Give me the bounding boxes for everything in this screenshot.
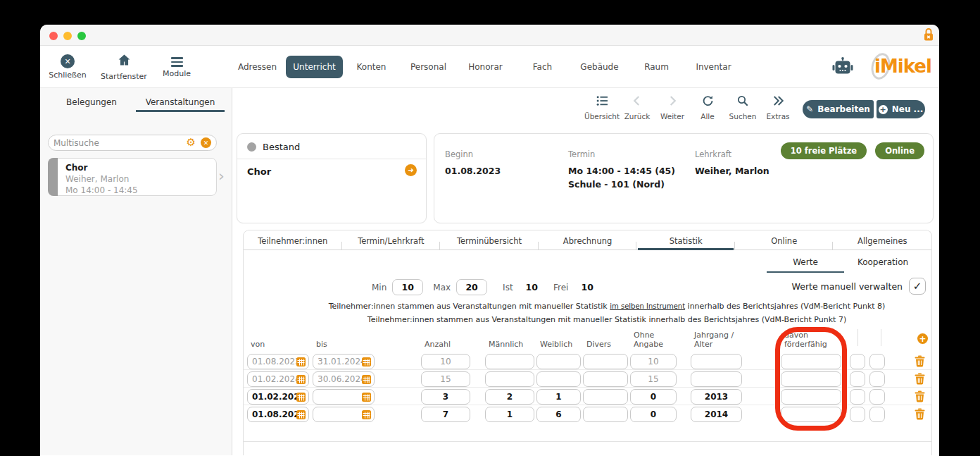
lock-icon[interactable] (923, 27, 934, 44)
module-item-inventar[interactable]: Inventar (685, 62, 742, 72)
cell-input[interactable] (691, 354, 742, 369)
cell-input[interactable]: 01.02.2024 (247, 389, 309, 405)
trash-icon[interactable] (915, 390, 926, 403)
clear-circle-icon[interactable]: ✕ (201, 137, 211, 148)
max-input[interactable]: 20 (456, 279, 487, 295)
cell-input[interactable]: 0 (630, 389, 677, 405)
edit-button[interactable]: ✎ Bearbeiten (803, 100, 874, 118)
toolbar-suchen[interactable]: Suchen (725, 94, 760, 121)
calendar-icon[interactable] (296, 375, 306, 386)
add-row-icon[interactable]: + (917, 333, 928, 344)
cell-input[interactable]: 0 (630, 407, 677, 422)
module-item-personal[interactable]: Personal (400, 62, 457, 72)
toolbar-übersicht[interactable]: Übersicht (584, 94, 620, 121)
calendar-icon[interactable] (296, 410, 306, 421)
module-button[interactable]: Module (156, 46, 198, 88)
cell-input-small[interactable] (850, 407, 865, 422)
cell-input[interactable]: 1 (536, 389, 581, 405)
cell-input-small[interactable] (869, 354, 885, 369)
list-item-handle (48, 158, 58, 196)
cell-input-small[interactable] (869, 407, 885, 422)
tab-teilnehmer-innen[interactable]: Teilnehmer:innen (244, 230, 342, 249)
cell-input[interactable] (313, 407, 375, 422)
module-item-fach[interactable]: Fach (514, 62, 571, 72)
note-link[interactable]: im selben Instrument (610, 302, 685, 310)
close-window-button[interactable] (49, 32, 58, 40)
cell-input[interactable] (485, 354, 534, 369)
gear-icon[interactable]: ⚙ (187, 137, 196, 148)
cell-input-small[interactable] (850, 354, 865, 369)
cell-input[interactable] (583, 407, 628, 422)
cell-input[interactable]: 15 (630, 371, 677, 387)
tab-online[interactable]: Online (735, 230, 834, 249)
cell-input[interactable]: 01.02.2024 (247, 371, 309, 387)
toolbar-alle[interactable]: Alle (690, 94, 725, 121)
zoom-window-button[interactable] (77, 32, 86, 40)
tab-statistik[interactable]: Statistik (636, 230, 735, 249)
module-item-honorar[interactable]: Honorar (457, 62, 514, 72)
subtab-kooperation[interactable]: Kooperation (844, 252, 922, 273)
cell-input[interactable]: 10 (630, 354, 677, 369)
cell-input[interactable]: 1 (485, 407, 534, 422)
list-item[interactable]: Chor Weiher, Marlon Mo 14:00 - 14:45 (48, 158, 217, 196)
search-input[interactable] (54, 138, 187, 148)
cell-input[interactable]: 2 (485, 389, 534, 405)
cell-input-small[interactable] (850, 389, 865, 405)
cell-input[interactable]: 3 (421, 389, 470, 405)
cell-input[interactable]: 30.06.2024 (313, 371, 375, 387)
new-button[interactable]: + Neu ... (877, 100, 925, 118)
robot-icon[interactable] (832, 57, 853, 79)
calendar-icon[interactable] (362, 357, 371, 369)
cell-input[interactable]: 31.01.2024 (313, 354, 375, 369)
trash-icon[interactable] (915, 373, 926, 386)
cell-input[interactable]: 10 (421, 354, 470, 369)
cell-input[interactable]: 2014 (691, 407, 742, 422)
cell-input-small[interactable] (869, 389, 885, 405)
calendar-icon[interactable] (362, 393, 371, 404)
manual-values-checkbox[interactable]: ✓ (909, 278, 926, 295)
close-module-button[interactable]: ✕ Schließen (43, 46, 92, 88)
tab-allgemeines[interactable]: Allgemeines (833, 230, 931, 249)
home-icon (117, 53, 132, 70)
cell-input-small[interactable] (850, 371, 865, 387)
toolbar-extras[interactable]: Extras (760, 94, 796, 121)
minimize-window-button[interactable] (63, 32, 72, 40)
trash-icon[interactable] (915, 408, 926, 421)
cell-input[interactable]: 15 (421, 371, 470, 387)
cell-input[interactable] (583, 371, 628, 387)
tab-abrechnung[interactable]: Abrechnung (539, 230, 637, 249)
cell-input[interactable]: 01.08.2023 (247, 354, 309, 369)
module-item-unterricht[interactable]: Unterricht (286, 56, 343, 78)
tab-termin-lehrkraft[interactable]: Termin/Lehrkraft (342, 230, 441, 249)
cell-input-small[interactable] (869, 371, 885, 387)
sidebar-tab-belegungen[interactable]: Belegungen (47, 92, 136, 112)
calendar-icon[interactable] (296, 357, 306, 369)
arrow-circle-icon[interactable]: ➜ (405, 164, 417, 176)
cell-input[interactable] (485, 371, 534, 387)
cell-input[interactable] (536, 371, 581, 387)
calendar-icon[interactable] (296, 393, 306, 404)
manual-values-label: Werte manuell verwalten (792, 281, 903, 292)
sidebar-tab-veranstaltungen[interactable]: Veranstaltungen (136, 92, 225, 112)
module-item-raum[interactable]: Raum (628, 62, 685, 72)
subtab-werte[interactable]: Werte (767, 252, 844, 273)
cell-input[interactable] (583, 354, 628, 369)
cell-input[interactable]: 7 (421, 407, 470, 422)
cell-input[interactable] (691, 371, 742, 387)
cell-input[interactable] (583, 389, 628, 405)
trash-icon[interactable] (915, 355, 926, 368)
cell-input[interactable] (313, 389, 375, 405)
module-item-gebäude[interactable]: Gebäude (571, 62, 628, 72)
chevron-right-icon[interactable]: › (218, 167, 225, 185)
min-input[interactable]: 10 (392, 279, 423, 295)
cell-input[interactable]: 01.08.2024 (247, 407, 309, 422)
cell-input[interactable] (536, 354, 581, 369)
cell-input[interactable]: 6 (536, 407, 581, 422)
tab-termin-bersicht[interactable]: Terminübersicht (440, 230, 539, 249)
module-item-konten[interactable]: Konten (343, 62, 400, 72)
cell-input[interactable]: 2013 (691, 389, 742, 405)
module-item-adressen[interactable]: Adressen (229, 62, 286, 72)
calendar-icon[interactable] (362, 410, 371, 421)
calendar-icon[interactable] (362, 375, 371, 386)
startfenster-button[interactable]: Startfenster (92, 46, 156, 88)
